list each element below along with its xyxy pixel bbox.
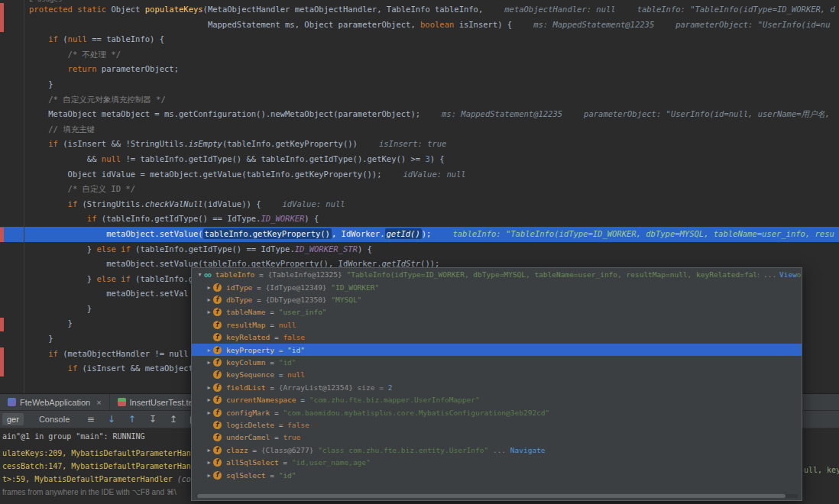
code-token: ID_WORKER: [261, 214, 304, 223]
editor-line[interactable]: protected static Object populateKeys(Met…: [0, 2, 839, 18]
code-token: (tableInfo.g: [135, 274, 193, 283]
code-token: [29, 199, 68, 208]
code-token: == tableInfo) {: [87, 34, 164, 44]
chevron-icon[interactable]: ▸: [205, 447, 213, 454]
code-token: }: [29, 274, 97, 283]
variable-value: size =: [358, 383, 388, 392]
field-icon: f: [213, 396, 222, 404]
editor-line[interactable]: metaObject.setValue(tableInfo.getKeyProp…: [0, 227, 839, 242]
editor-line[interactable]: MappedStatement ms, Object parameterObje…: [0, 18, 839, 33]
breakpoint-stripe[interactable]: [0, 347, 4, 376]
debugger-tab[interactable]: ger: [2, 413, 24, 425]
chevron-icon[interactable]: ▸: [205, 347, 213, 354]
variable-value: ...: [488, 446, 510, 454]
console-tab[interactable]: Console: [34, 413, 74, 425]
code-token: ) {: [430, 154, 445, 163]
inline-debug-hint: parameterObject: "UserInfo(id=null, user…: [584, 109, 830, 118]
step-out-icon[interactable]: ↥: [167, 414, 179, 425]
editor-line[interactable]: } else if (tableInfo.getIdType() == IdTy…: [0, 242, 839, 257]
code-token: (isInsert && metaObject: [83, 363, 193, 373]
editor-line[interactable]: if (StringUtils.checkValNull(idValue)) {…: [0, 197, 839, 212]
editor-line[interactable]: && null != tableInfo.getIdType() && tabl…: [0, 152, 839, 167]
variable-value: {TableInfo@12325}: [268, 270, 347, 279]
variable-value: false: [283, 333, 305, 341]
variable-row[interactable]: ▸ftableName = "user_info": [192, 306, 802, 318]
variable-row[interactable]: ▾ootableInfo = {TableInfo@12325} "TableI…: [192, 268, 802, 281]
code-token: (tableInfo.getIdType() == IdType.: [135, 244, 295, 254]
variable-value: "ID_WORKER": [331, 283, 379, 292]
chevron-icon[interactable]: ▸: [205, 384, 213, 391]
breakpoint-stripe[interactable]: [0, 3, 4, 32]
code-token: tableInfo.getKeyProperty(): [203, 228, 332, 239]
variable-row[interactable]: ▸fidType = {IdType@12349} "ID_WORKER": [192, 281, 802, 293]
variable-value: null: [287, 370, 305, 379]
editor-line[interactable]: }: [0, 77, 839, 92]
code-token: , IdWorker.: [332, 229, 385, 238]
step-into-icon[interactable]: ↧: [147, 414, 158, 425]
navigate-link[interactable]: Navigate: [510, 446, 546, 454]
code-token: // 填充主键: [29, 124, 95, 134]
field-icon: f: [213, 433, 222, 441]
chevron-icon[interactable]: ▸: [205, 296, 213, 303]
variable-row[interactable]: ▸fsqlSelect = "id": [192, 469, 802, 481]
editor-line[interactable]: MetaObject metaObject = ms.getConfigurat…: [0, 107, 839, 122]
variable-name: underCamel: [226, 433, 270, 441]
chevron-icon[interactable]: ▸: [205, 472, 213, 479]
variable-row[interactable]: ▸fcurrentNamespace = "com.zhu.fte.biz.ma…: [192, 394, 802, 406]
chevron-icon[interactable]: ▸: [205, 459, 213, 466]
editor-line[interactable]: if (isInsert && !StringUtils.isEmpty(tab…: [0, 137, 839, 152]
variable-value: "class com.zhu.fte.biz.entity.UserInfo": [318, 446, 488, 454]
variable-row[interactable]: ▸fkeyProperty = "id": [192, 344, 802, 356]
gutter-separator: [24, 0, 24, 393]
field-icon: f: [213, 458, 222, 467]
editor-line[interactable]: return parameterObject;: [0, 62, 839, 77]
code-token: return: [68, 64, 102, 73]
code-token: [29, 214, 87, 223]
junit-test-icon: [118, 398, 126, 406]
variable-value: "MYSQL": [331, 296, 361, 304]
editor-line[interactable]: if (null == tableInfo) {: [0, 32, 839, 47]
editor-line[interactable]: /* 自定义 ID */: [0, 182, 839, 197]
variable-row[interactable]: fresultMap = null: [192, 318, 802, 331]
close-icon[interactable]: ×: [96, 398, 101, 407]
editor-line[interactable]: Object idValue = metaObject.getValue(tab…: [0, 167, 839, 183]
breakpoint-stripe[interactable]: [0, 318, 4, 331]
variable-row[interactable]: fkeySequence = null: [192, 369, 802, 381]
scrollbar-thumb[interactable]: [197, 494, 786, 498]
variable-value: {ArrayList@12354}: [279, 383, 358, 392]
inline-debug-hint: tableInfo: "TableInfo(idType=ID_WORKER, …: [637, 5, 835, 14]
variable-row[interactable]: ▸fconfigMark = "com.baomidou.mybatisplus…: [192, 406, 802, 418]
variable-name: tableName: [226, 308, 265, 316]
editor-line[interactable]: /* 不处理 */: [0, 47, 839, 63]
variable-row[interactable]: ▸fclazz = {Class@6277} "class com.zhu.ft…: [192, 444, 802, 456]
chevron-icon[interactable]: ▾: [196, 271, 204, 278]
frame-text: ulateKeys:209, MybatisDefaultParameterHa…: [2, 449, 209, 457]
editor-line[interactable]: if (tableInfo.getIdType() == IdType.ID_W…: [0, 212, 839, 227]
scroll-down-icon[interactable]: ↓: [105, 414, 117, 425]
editor-line[interactable]: // 填充主键: [0, 122, 839, 137]
chevron-icon[interactable]: ▸: [205, 309, 213, 315]
breakpoint-stripe[interactable]: [0, 228, 4, 242]
chevron-icon[interactable]: ▸: [205, 409, 213, 416]
variable-row[interactable]: ▸fallSqlSelect = "id,user_name,age": [192, 456, 802, 468]
variable-row[interactable]: ▸fdbType = {DbType@12350} "MYSQL": [192, 293, 802, 305]
soft-wrap-icon[interactable]: ≡: [85, 414, 96, 425]
variable-row[interactable]: ▸ffieldList = {ArrayList@12354} size = 2: [192, 381, 802, 393]
view-link[interactable]: View: [779, 270, 797, 279]
horizontal-scrollbar[interactable]: [196, 494, 798, 498]
code-token: Object idValue = metaObject.getValue(tab…: [29, 170, 381, 179]
tool-tab[interactable]: FteWebApplication×: [0, 394, 110, 410]
variable-row[interactable]: ▸fkeyColumn = "id": [192, 356, 802, 368]
variable-row[interactable]: flogicDelete = false: [192, 418, 802, 431]
tab-label: FteWebApplication: [20, 398, 90, 407]
chevron-icon[interactable]: ▸: [205, 359, 213, 366]
chevron-icon[interactable]: ▸: [205, 284, 213, 291]
editor-line[interactable]: /* 自定义元对象填充控制器 */: [0, 92, 839, 108]
variable-row[interactable]: fkeyRelated = false: [192, 331, 802, 344]
variable-row[interactable]: funderCamel = true: [192, 431, 802, 444]
chevron-icon[interactable]: ▸: [205, 396, 213, 403]
code-token: isInsert) {: [454, 20, 512, 29]
scroll-up-icon[interactable]: ↑: [126, 414, 138, 425]
variable-name: fieldList: [226, 383, 265, 392]
code-token: [29, 139, 48, 148]
